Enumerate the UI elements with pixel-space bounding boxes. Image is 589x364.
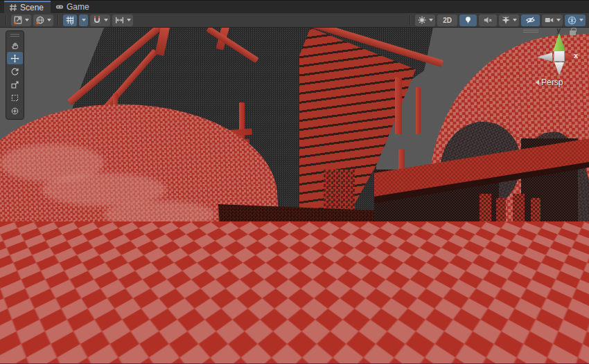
scene-lighting-button[interactable]	[459, 15, 477, 26]
dropdown-caret-icon	[47, 19, 51, 21]
gizmo-axis-negx-cone[interactable]	[537, 53, 552, 62]
rotate-icon	[10, 67, 19, 76]
effects-star-icon	[501, 15, 511, 25]
rect-dashed-icon	[10, 93, 19, 102]
orientation-gizmo: y x Persp	[516, 28, 589, 97]
gizmo-center-cube[interactable]	[554, 51, 565, 62]
dropdown-caret-icon	[127, 19, 131, 21]
tools-overlay	[6, 30, 24, 120]
dropdown-caret-icon	[82, 19, 86, 21]
transform-icon	[10, 107, 19, 116]
facade-post	[395, 78, 402, 134]
grid-snapping-button[interactable]	[112, 15, 133, 26]
dropdown-caret-icon	[429, 19, 433, 21]
gizmo-axis-negy-cone[interactable]	[554, 62, 564, 75]
light-bulb-icon	[464, 15, 473, 25]
scale-tool-button[interactable]	[7, 78, 23, 91]
scene-visibility-button[interactable]	[521, 15, 540, 26]
overlay-drag-handle[interactable]	[7, 33, 23, 38]
dropdown-caret-icon	[104, 19, 108, 21]
toggle-2d-button[interactable]: 2D	[437, 15, 457, 26]
magnet-icon	[92, 15, 102, 25]
gamepad-icon	[55, 3, 64, 11]
dropdown-caret-icon	[579, 19, 583, 21]
scene-audio-button[interactable]	[479, 15, 497, 26]
audio-muted-icon	[483, 15, 493, 25]
persp-toggle-icon	[536, 80, 539, 85]
snap-magnet-button[interactable]	[90, 15, 110, 26]
lock-icon[interactable]	[570, 30, 576, 35]
grass-tufts	[294, 241, 385, 256]
axis-x-label: x	[574, 51, 578, 60]
draw-mode-button[interactable]	[415, 15, 435, 26]
grid-icon: y	[65, 15, 75, 25]
tab-game-label: Game	[67, 2, 89, 12]
scene-effects-button[interactable]	[499, 15, 519, 26]
facade-post	[416, 87, 421, 134]
tab-scene[interactable]: Scene	[4, 1, 51, 13]
snap-move-icon	[114, 15, 125, 25]
scene-viewport[interactable]: y x Persp	[0, 28, 589, 363]
tab-game[interactable]: Game	[51, 1, 96, 13]
projection-label: Persp	[541, 78, 563, 87]
toolbar-separator	[58, 15, 59, 25]
rotate-tool-button[interactable]	[7, 65, 23, 78]
tool-settings-icon	[13, 15, 23, 25]
unity-editor-window: Scene Game	[0, 0, 589, 364]
view-tabbar: Scene Game	[0, 0, 589, 13]
tab-scene-label: Scene	[20, 3, 44, 12]
toolbar-separator	[410, 15, 411, 25]
axis-y-label: y	[556, 28, 561, 34]
toolbar-separator	[6, 15, 7, 25]
gizmos-menu-button[interactable]	[565, 15, 586, 26]
shading-burr-icon	[417, 15, 427, 25]
gizmo-sphere-icon	[567, 15, 577, 26]
move-arrows-icon	[10, 54, 19, 63]
move-tool-button[interactable]	[7, 52, 23, 64]
hand-icon	[10, 41, 19, 50]
grass-tufts	[0, 237, 55, 251]
tool-handle-pivot-button[interactable]	[33, 15, 53, 26]
globe-icon	[35, 15, 45, 25]
2d-label: 2D	[439, 17, 455, 24]
camera-icon	[544, 15, 554, 25]
dropdown-caret-icon	[556, 19, 561, 21]
view-hand-tool-button[interactable]	[7, 39, 23, 51]
scale-icon	[10, 80, 19, 89]
dropdown-caret-icon	[513, 19, 517, 21]
grid-visibility-button[interactable]: y	[63, 15, 77, 26]
dropdown-caret-icon	[25, 19, 29, 21]
grid-visibility-dropdown[interactable]	[79, 15, 88, 26]
gizmo-axis-y-cone[interactable]	[553, 33, 565, 51]
projection-toggle[interactable]: Persp	[536, 78, 563, 87]
eye-hidden-icon	[525, 15, 536, 25]
scene-grid-icon	[9, 3, 17, 12]
overlay-drag-handle[interactable]	[523, 30, 538, 34]
hay-mound-shadow	[8, 306, 123, 322]
active-tool-options-button[interactable]	[11, 15, 31, 26]
transform-tool-button[interactable]	[7, 104, 23, 117]
rect-tool-button[interactable]	[7, 91, 23, 104]
scene-toolbar: y	[0, 13, 589, 28]
scene-camera-button[interactable]	[542, 15, 563, 26]
